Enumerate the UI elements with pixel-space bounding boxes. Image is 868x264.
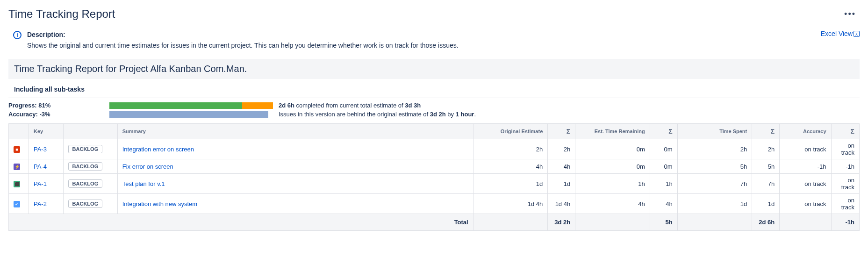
table-row: ■PA-3BACKLOGIntegration error on screen2… xyxy=(9,139,860,159)
accuracy-cell: on track xyxy=(780,174,831,194)
remain-sigma-cell: 0m xyxy=(650,159,677,174)
col-status-header xyxy=(63,124,117,139)
col-accuracy-sigma-header: Σ xyxy=(831,124,859,139)
orig-estimate-cell: 1d xyxy=(473,174,548,194)
col-orig-est-header[interactable]: Original Estimate xyxy=(473,124,548,139)
orig-sigma-cell: 1d xyxy=(548,174,575,194)
excel-x-icon: x xyxy=(854,31,860,37)
status-badge: BACKLOG xyxy=(68,179,103,188)
issue-summary-link[interactable]: Integration with new system xyxy=(122,200,197,207)
col-remain-sigma-header: Σ xyxy=(650,124,677,139)
report-subtitle: Time Tracking Report for Project Alfa Ka… xyxy=(14,64,854,74)
issue-type-icon: ⚡ xyxy=(14,164,20,170)
issue-key-link[interactable]: PA-2 xyxy=(34,200,47,207)
orig-sigma-cell: 1d 4h xyxy=(548,194,575,214)
more-actions-button[interactable]: ••• xyxy=(840,7,860,21)
description-label: Description: xyxy=(27,30,459,40)
remain-cell: 1h xyxy=(575,174,650,194)
spent-sigma-cell: 1d xyxy=(752,194,780,214)
remain-sigma-cell: 1h xyxy=(650,174,677,194)
issue-summary-link[interactable]: Fix error on screen xyxy=(122,163,173,170)
accuracy-label: Accuracy: -3% xyxy=(8,111,106,118)
subtask-scope-label: Including all sub-tasks xyxy=(8,83,860,98)
orig-estimate-cell: 4h xyxy=(473,159,548,174)
spent-cell: 7h xyxy=(677,174,752,194)
remain-sigma-cell: 0m xyxy=(650,139,677,159)
table-row: ⚡PA-4BACKLOGFix error on screen4h4h0m0m5… xyxy=(9,159,860,174)
info-icon: i xyxy=(13,31,22,39)
status-badge: BACKLOG xyxy=(68,200,103,208)
accuracy-text: Issues in this version are behind the or… xyxy=(279,111,476,118)
orig-sigma-cell: 4h xyxy=(548,159,575,174)
col-remain-header[interactable]: Est. Time Remaining xyxy=(575,124,650,139)
col-spent-sigma-header: Σ xyxy=(752,124,780,139)
status-badge: BACKLOG xyxy=(68,145,103,153)
accuracy-segment xyxy=(109,111,268,118)
spent-cell: 1d xyxy=(677,194,752,214)
remain-cell: 0m xyxy=(575,159,650,174)
spent-cell: 5h xyxy=(677,159,752,174)
excel-view-link[interactable]: Excel View x xyxy=(821,30,860,37)
accuracy-sigma-cell: on track xyxy=(831,174,859,194)
divider xyxy=(8,98,860,98)
time-tracking-table: Key Summary Original Estimate Σ Est. Tim… xyxy=(8,123,860,231)
accuracy-bar xyxy=(109,111,273,118)
progress-bar xyxy=(109,102,273,109)
accuracy-sigma-cell: on track xyxy=(831,139,859,159)
col-summary-header[interactable]: Summary xyxy=(117,124,473,139)
spent-sigma-cell: 2h xyxy=(752,139,780,159)
col-key-header[interactable]: Key xyxy=(29,124,63,139)
accuracy-sigma-cell: on track xyxy=(831,194,859,214)
orig-estimate-cell: 2h xyxy=(473,139,548,159)
col-icon-header xyxy=(9,124,29,139)
status-badge: BACKLOG xyxy=(68,162,103,171)
issue-type-icon: ■ xyxy=(14,146,20,153)
progress-label: Progress: 81% xyxy=(8,102,106,109)
issue-type-icon: ⬛ xyxy=(14,181,20,187)
issue-key-link[interactable]: PA-4 xyxy=(34,163,47,170)
total-orig-sigma: 3d 2h xyxy=(548,214,575,231)
total-label: Total xyxy=(9,214,473,231)
accuracy-sigma-cell: -1h xyxy=(831,159,859,174)
col-spent-header[interactable]: Time Spent xyxy=(677,124,752,139)
spent-sigma-cell: 5h xyxy=(752,159,780,174)
issue-summary-link[interactable]: Test plan for v.1 xyxy=(122,180,165,187)
remain-sigma-cell: 4h xyxy=(650,194,677,214)
page-title: Time Tracking Report xyxy=(8,7,115,21)
progress-text: 2d 6h completed from current total estim… xyxy=(279,102,421,109)
progress-completed-segment xyxy=(109,102,242,109)
accuracy-cell: -1h xyxy=(780,159,831,174)
issue-summary-link[interactable]: Integration error on screen xyxy=(122,146,194,153)
progress-remaining-segment xyxy=(242,102,273,109)
description-body: Shows the original and current time esti… xyxy=(27,41,459,50)
table-row: ✓PA-2BACKLOGIntegration with new system1… xyxy=(9,194,860,214)
remain-cell: 0m xyxy=(575,139,650,159)
total-remain-sigma: 5h xyxy=(650,214,677,231)
orig-sigma-cell: 2h xyxy=(548,139,575,159)
accuracy-cell: on track xyxy=(780,194,831,214)
issue-key-link[interactable]: PA-1 xyxy=(34,180,47,187)
spent-cell: 2h xyxy=(677,139,752,159)
table-row: ⬛PA-1BACKLOGTest plan for v.11d1d1h1h7h7… xyxy=(9,174,860,194)
issue-key-link[interactable]: PA-3 xyxy=(34,146,47,153)
total-accuracy-sigma: -1h xyxy=(831,214,859,231)
orig-estimate-cell: 1d 4h xyxy=(473,194,548,214)
remain-cell: 4h xyxy=(575,194,650,214)
col-orig-sigma-header: Σ xyxy=(548,124,575,139)
accuracy-cell: on track xyxy=(780,139,831,159)
issue-type-icon: ✓ xyxy=(14,201,20,207)
spent-sigma-cell: 7h xyxy=(752,174,780,194)
col-accuracy-header[interactable]: Accuracy xyxy=(780,124,831,139)
total-spent-sigma: 2d 6h xyxy=(752,214,780,231)
excel-view-label: Excel View xyxy=(821,30,853,37)
